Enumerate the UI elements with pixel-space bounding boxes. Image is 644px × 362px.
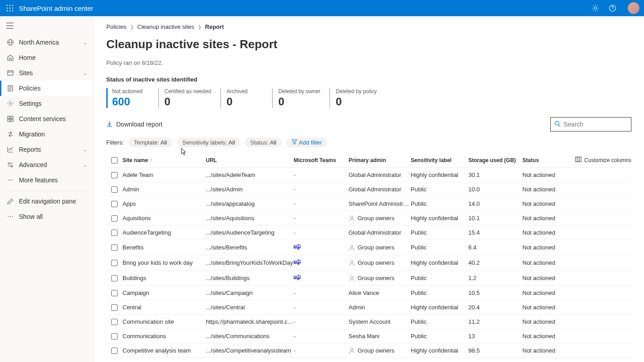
sidebar-item-migration[interactable]: Migration <box>0 127 93 142</box>
filter-pill[interactable]: Status: All <box>245 138 282 147</box>
column-header-teams[interactable]: Microsoft Teams <box>294 157 349 163</box>
sidebar-item-reports[interactable]: Reports ⌄ <box>0 142 93 157</box>
url-cell[interactable]: .../sites/Buildings <box>206 275 294 281</box>
sensitivity-cell: Public <box>411 333 468 339</box>
site-name-cell[interactable]: Buildings <box>122 275 206 281</box>
site-name-cell[interactable]: Central <box>122 304 206 311</box>
site-name-cell[interactable]: AudienceTargeting <box>122 229 206 236</box>
table-row[interactable]: Conference .../sites/Conference - Group … <box>106 358 631 362</box>
url-cell[interactable]: https://pharmateck.sharepoint.com <box>206 318 294 325</box>
stat-not-actioned[interactable]: Not actioned600 <box>106 88 158 108</box>
site-name-cell[interactable]: Communication site <box>122 318 206 325</box>
edit-navigation-pane[interactable]: Edit navigation pane <box>0 194 93 209</box>
row-checkbox[interactable] <box>111 348 118 354</box>
row-checkbox[interactable] <box>111 333 118 339</box>
table-row[interactable]: Communication site https://pharmateck.sh… <box>106 315 631 329</box>
stat-archived[interactable]: Archived0 <box>220 88 272 108</box>
table-row[interactable]: Benefits .../sites/Benefits T Group owne… <box>106 240 631 255</box>
row-checkbox[interactable] <box>111 172 118 178</box>
user-avatar[interactable] <box>628 2 639 14</box>
column-header-name[interactable]: Site name↑ <box>122 157 206 163</box>
row-checkbox[interactable] <box>111 201 118 207</box>
site-name-cell[interactable]: Communications <box>122 333 206 339</box>
sidebar-item-sites[interactable]: Sites ⌄ <box>0 65 93 81</box>
sidebar-item-settings[interactable]: Settings <box>0 96 93 111</box>
row-checkbox[interactable] <box>111 230 118 236</box>
table-row[interactable]: Bring your kids to work day .../sites/Br… <box>106 255 631 271</box>
url-cell[interactable]: .../sites/Communications <box>206 333 294 339</box>
url-cell[interactable]: .../sites/Central <box>206 304 294 311</box>
stat-label: Deleted by policy <box>336 88 376 95</box>
settings-gear-icon[interactable] <box>591 4 600 13</box>
row-checkbox[interactable] <box>111 244 118 251</box>
table-row[interactable]: Campaign .../sites/Campaign - Alice Vanc… <box>106 286 631 300</box>
region-selector[interactable]: North America ⌄ <box>0 35 93 50</box>
row-checkbox[interactable] <box>111 215 118 222</box>
column-header-sensitivity[interactable]: Sensitivity label <box>411 157 468 163</box>
url-cell[interactable]: .../sites/Benefits <box>206 244 294 251</box>
row-checkbox[interactable] <box>111 186 118 193</box>
sidebar-item-advanced[interactable]: Advanced ⌄ <box>0 157 93 172</box>
help-icon[interactable] <box>608 4 617 13</box>
table-row[interactable]: Buildings .../sites/Buildings T Group ow… <box>106 271 631 286</box>
site-name-cell[interactable]: Admin <box>122 186 206 193</box>
row-checkbox[interactable] <box>111 275 118 281</box>
column-header-admin[interactable]: Primary admin <box>349 157 411 163</box>
show-all[interactable]: ⋯ Show all <box>0 209 93 224</box>
sidebar-item-content-services[interactable]: Content services <box>0 111 93 127</box>
row-checkbox[interactable] <box>111 290 118 296</box>
table-row[interactable]: Aquisitions .../sites/Aquisitions - Grou… <box>106 211 631 226</box>
site-name-cell[interactable]: Adele Team <box>122 172 206 178</box>
sidebar-item-policies[interactable]: Policies <box>0 81 93 96</box>
stat-deleted-by-policy[interactable]: Deleted by policy0 <box>329 88 385 108</box>
table-row[interactable]: Competitive analysis team .../sites/Comp… <box>106 344 631 358</box>
url-cell[interactable]: .../sites/Aquisitions <box>206 215 294 222</box>
url-cell[interactable]: .../sites/AdeleTeam <box>206 172 294 178</box>
storage-cell: 10.1 <box>468 215 522 222</box>
row-checkbox[interactable] <box>111 319 118 325</box>
table-row[interactable]: Adele Team .../sites/AdeleTeam - Global … <box>106 168 631 182</box>
site-name-cell[interactable]: Campaign <box>122 290 206 296</box>
download-report-button[interactable]: Download report <box>106 121 163 128</box>
collapse-nav-icon[interactable] <box>0 18 93 35</box>
site-name-cell[interactable]: Competitive analysis team <box>122 347 206 354</box>
url-cell[interactable]: .../sites/BringYourKidsToWorkDay <box>206 259 294 266</box>
stat-deleted-by-owner[interactable]: Deleted by owner0 <box>272 88 329 108</box>
customize-columns-button[interactable]: Customize columns <box>567 156 631 164</box>
column-header-url[interactable]: URL <box>206 157 294 163</box>
site-name-cell[interactable]: Aquisitions <box>122 215 206 222</box>
app-launcher-icon[interactable] <box>5 3 15 14</box>
sensitivity-cell: Highly confidential <box>411 215 468 222</box>
site-name-cell[interactable]: Bring your kids to work day <box>122 259 206 266</box>
search-box[interactable] <box>550 117 631 131</box>
url-cell[interactable]: .../sites/AudienceTargeting <box>206 229 294 236</box>
table-row[interactable]: Apps .../sites/appcatalog - SharePoint A… <box>106 197 631 211</box>
select-all-checkbox[interactable] <box>111 157 118 163</box>
stat-certified-as-needed[interactable]: Certified as needed0 <box>158 88 220 108</box>
url-cell[interactable]: .../sites/Campaign <box>206 290 294 296</box>
sidebar-item-more-features[interactable]: More features <box>0 172 93 188</box>
column-header-status[interactable]: Status <box>522 157 567 163</box>
sidebar-item-home[interactable]: Home <box>0 50 93 65</box>
filter-pill[interactable]: Template: All <box>128 138 172 147</box>
breadcrumb-item[interactable]: Cleanup inactive sites <box>137 23 194 30</box>
filter-pill[interactable]: Sensitivity labels: All <box>177 138 240 147</box>
table-row[interactable]: Central .../sites/Central - Admin Highly… <box>106 300 631 315</box>
table-row[interactable]: Communications .../sites/Communications … <box>106 329 631 344</box>
table-row[interactable]: AudienceTargeting .../sites/AudienceTarg… <box>106 226 631 240</box>
row-checkbox[interactable] <box>111 260 118 266</box>
stat-value: 0 <box>336 95 376 108</box>
add-filter-button[interactable]: Add filter <box>286 138 327 147</box>
table-row[interactable]: Admin .../sites/Admin - Global Administr… <box>106 182 631 197</box>
admin-cell: Group owners <box>349 215 411 222</box>
search-input[interactable] <box>563 121 642 128</box>
site-name-cell[interactable]: Benefits <box>122 244 206 251</box>
row-checkbox[interactable] <box>111 304 118 311</box>
status-cell: Not actioned <box>522 259 567 266</box>
url-cell[interactable]: .../sites/appcatalog <box>206 200 294 207</box>
url-cell[interactable]: .../sites/Admin <box>206 186 294 193</box>
breadcrumb-item[interactable]: Policies <box>106 23 127 30</box>
column-header-storage[interactable]: Storage used (GB) <box>468 157 522 163</box>
url-cell[interactable]: .../sites/Competitiveanalysisteam <box>206 347 294 354</box>
site-name-cell[interactable]: Apps <box>122 200 206 207</box>
